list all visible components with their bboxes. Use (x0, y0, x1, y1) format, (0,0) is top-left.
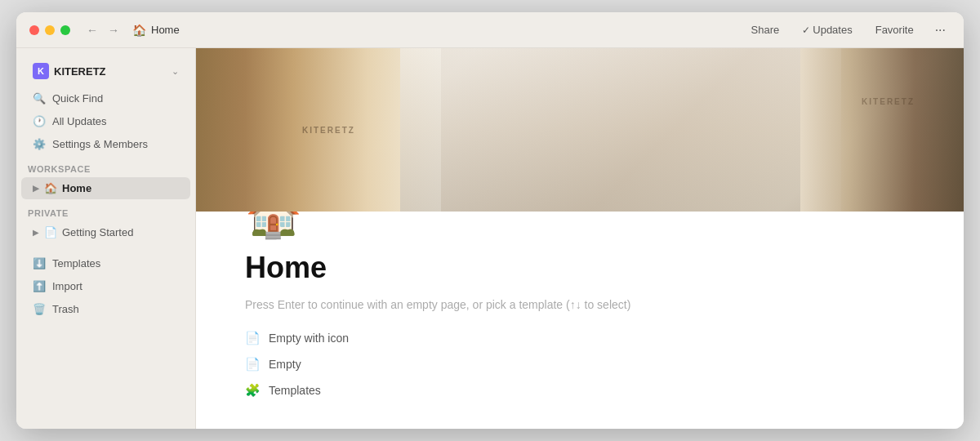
all-updates-label: All Updates (52, 115, 106, 127)
sidebar: K KITERETZ ⌄ 🔍 Quick Find 🕐 All Updates … (16, 48, 196, 429)
maximize-button[interactable] (60, 25, 70, 35)
workspace-name[interactable]: K KITERETZ ⌄ (21, 58, 190, 84)
sidebar-item-home[interactable]: ▶ 🏠 Home (21, 177, 190, 199)
sidebar-item-getting-started[interactable]: ▶ 📄 Getting Started (21, 221, 190, 243)
right-decoration (800, 48, 964, 212)
quick-find-label: Quick Find (52, 92, 103, 105)
content-area: KITERETZ KITERETZ 🏠 Home Press Enter to … (196, 48, 964, 429)
updates-label: Updates (813, 24, 852, 36)
template-option-empty-icon[interactable]: 📄 Empty with icon (245, 327, 915, 349)
empty-icon-icon: 📄 (245, 331, 261, 345)
trash-label: Trash (52, 303, 79, 315)
import-label: Import (52, 280, 82, 292)
main-layout: K KITERETZ ⌄ 🔍 Quick Find 🕐 All Updates … (16, 48, 964, 429)
empty-icon-label: Empty with icon (269, 332, 349, 345)
template-option-empty[interactable]: 📄 Empty (245, 354, 915, 375)
share-button[interactable]: Share (745, 20, 786, 39)
page-title: Home (151, 24, 180, 36)
sidebar-item-trash[interactable]: 🗑️ Trash (21, 298, 190, 320)
templates-grid-icon: 🧩 (245, 383, 261, 398)
titlebar: ← → 🏠 Home Share ✓ Updates Favorite ··· (16, 12, 964, 48)
updates-button[interactable]: ✓ Updates (795, 20, 858, 39)
home-label: Home (62, 182, 91, 194)
doc-icon: 📄 (44, 226, 57, 238)
check-icon: ✓ (802, 24, 810, 36)
arrow-icon: ▶ (33, 184, 39, 193)
empty-doc-icon: 📄 (245, 357, 261, 372)
empty-label: Empty (269, 358, 301, 371)
trash-icon: 🗑️ (33, 303, 46, 315)
page-title-bar: 🏠 Home (132, 24, 745, 37)
page-hint: Press Enter to continue with an empty pa… (245, 298, 915, 311)
home-icon: 🏠 (44, 182, 57, 194)
search-icon: 🔍 (33, 92, 46, 105)
import-icon: ⬆️ (33, 280, 46, 292)
gear-icon: ⚙️ (33, 138, 46, 150)
favorite-button[interactable]: Favorite (869, 20, 920, 39)
workspace-icon: K (33, 63, 49, 79)
cover-label-right: KITERETZ (862, 97, 915, 106)
clock-icon: 🕐 (33, 115, 46, 127)
page-icon: 🏠 (132, 24, 146, 37)
sidebar-item-all-updates[interactable]: 🕐 All Updates (21, 110, 190, 132)
template-options: 📄 Empty with icon 📄 Empty 🧩 Templates (245, 327, 915, 401)
cover-label-left: KITERETZ (302, 126, 355, 135)
sidebar-item-import[interactable]: ⬆️ Import (21, 275, 190, 297)
chevron-down-icon: ⌄ (172, 66, 179, 77)
more-button[interactable]: ··· (930, 20, 951, 41)
content-body: 🏠 Home Press Enter to continue with an e… (196, 212, 964, 429)
templates-label: Templates (52, 257, 100, 270)
section-workspace: WORKSPACE (16, 156, 195, 177)
templates-option-label: Templates (269, 384, 321, 397)
sidebar-item-templates[interactable]: ⬇️ Templates (21, 252, 190, 274)
nav-buttons: ← → (83, 22, 122, 38)
sidebar-item-quick-find[interactable]: 🔍 Quick Find (21, 87, 190, 109)
center-decoration (400, 48, 841, 212)
getting-started-label: Getting Started (62, 226, 133, 238)
back-button[interactable]: ← (83, 22, 101, 38)
workspace-name-text: KITERETZ (54, 65, 106, 78)
traffic-lights (29, 25, 70, 35)
page-main-title: Home (245, 251, 915, 285)
cover-image: KITERETZ KITERETZ (196, 48, 964, 212)
app-window: ← → 🏠 Home Share ✓ Updates Favorite ··· … (16, 12, 964, 429)
close-button[interactable] (29, 25, 39, 35)
settings-label: Settings & Members (52, 138, 148, 150)
sidebar-item-settings[interactable]: ⚙️ Settings & Members (21, 133, 190, 155)
minimize-button[interactable] (45, 25, 55, 35)
arrow-icon-getting-started: ▶ (33, 228, 39, 237)
templates-icon: ⬇️ (33, 257, 46, 270)
forward-button[interactable]: → (105, 22, 122, 38)
template-option-templates[interactable]: 🧩 Templates (245, 380, 915, 401)
titlebar-actions: Share ✓ Updates Favorite ··· (745, 20, 951, 41)
section-private: PRIVATE (16, 200, 195, 221)
